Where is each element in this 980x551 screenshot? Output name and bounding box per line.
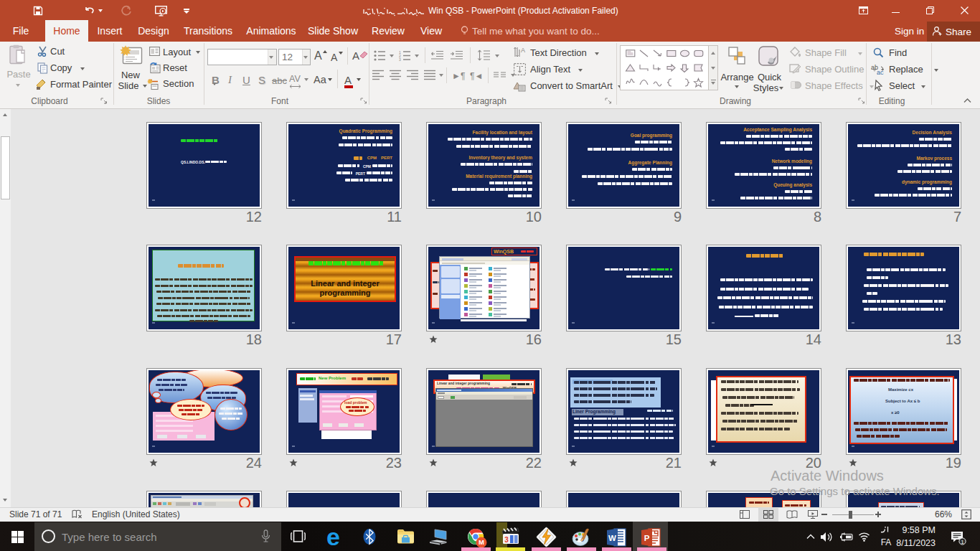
svg-text:1: 1 (961, 539, 964, 545)
svg-text:W: W (608, 534, 616, 542)
svg-text:A: A (521, 47, 525, 54)
svg-text:M: M (479, 538, 484, 546)
svg-text:P: P (644, 534, 650, 542)
svg-text:3: 3 (504, 536, 509, 544)
svg-text:3: 3 (399, 57, 401, 62)
